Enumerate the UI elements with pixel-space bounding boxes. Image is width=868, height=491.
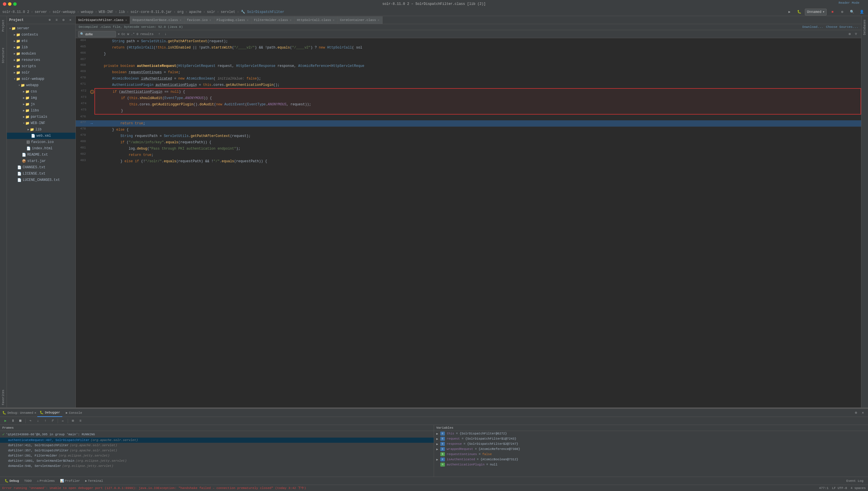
- debug-close-icon[interactable]: ✕: [34, 411, 36, 415]
- terminal-toolbar-item[interactable]: ▶ Terminal: [83, 479, 106, 483]
- cursor-position[interactable]: 477:1: [819, 486, 828, 490]
- evaluate-btn[interactable]: ✏: [60, 418, 66, 424]
- var-item-wrappedrequest[interactable]: ▶ c wrappedRequest = {AtomicReference@73…: [434, 446, 868, 452]
- line-encoding[interactable]: LF UTF-8: [832, 486, 847, 490]
- tree-item-contexts[interactable]: ▶ 📁 contexts: [7, 32, 76, 38]
- tree-item-startjar[interactable]: 📦 start.jar: [7, 158, 76, 164]
- search-next-btn[interactable]: ↓: [163, 31, 169, 37]
- tree-item-changes[interactable]: 📄 CHANGES.txt: [7, 164, 76, 171]
- tree-item-faviconico[interactable]: 🖼 favicon.ico: [7, 139, 76, 145]
- problems-toolbar-item[interactable]: ⚠ Problems: [34, 479, 57, 483]
- tree-item-indexhtml[interactable]: 📄 index.html: [7, 145, 76, 152]
- var-item-this[interactable]: ▶ c this = {SolrDispatchFilter@6272}: [434, 431, 868, 436]
- run-to-cursor-btn[interactable]: ↱: [50, 418, 56, 424]
- tab-close-icon[interactable]: ✕: [332, 18, 335, 22]
- maximize-button[interactable]: [13, 2, 17, 6]
- step-into-btn[interactable]: ↓: [35, 418, 41, 424]
- frame-item-dofilter3[interactable]: doFilter:201, FilterHolder (org.eclipse.…: [0, 453, 434, 458]
- tree-item-webxml[interactable]: 📄 web.xml: [7, 133, 76, 139]
- tree-item-etc[interactable]: ▶ 📁 etc: [7, 38, 76, 44]
- nav-profile-btn[interactable]: 👤: [858, 8, 866, 16]
- minimize-button[interactable]: [8, 2, 11, 6]
- tree-item-partials[interactable]: ▶ 📁 partials: [7, 114, 76, 120]
- tab-close-icon[interactable]: ✕: [377, 18, 380, 22]
- tree-item-solrwebapp[interactable]: ▾ 📁 solr-webapp: [7, 76, 76, 82]
- var-item-isauthenticated[interactable]: ▶ c isAuthenticated = {AtomicBoolean@731…: [434, 457, 868, 462]
- tree-item-license[interactable]: 📄 LICENSE.txt: [7, 171, 76, 177]
- tab-pluginbag[interactable]: PluginBag.class ✕: [214, 17, 252, 24]
- var-item-authplugin[interactable]: ▶ n authenticationPlugin = null: [434, 462, 868, 467]
- tab-solrdispatch[interactable]: SolrDispatchFilter.class ✕: [76, 17, 130, 24]
- tree-item-lucene[interactable]: 📄 LUCENE_CHANGES.txt: [7, 177, 76, 183]
- nav-debug-btn[interactable]: 🐛: [795, 8, 803, 16]
- step-out-btn[interactable]: ↑: [42, 418, 49, 424]
- frame-item-dohandle[interactable]: doHandle:548, ServletHandler (org.eclips…: [0, 463, 434, 469]
- favorites-tab[interactable]: Favorites: [1, 387, 5, 407]
- nav-run-btn[interactable]: ▶: [785, 8, 794, 16]
- tree-item-scripts[interactable]: ▶ 📁 scripts: [7, 63, 76, 69]
- tab-requesthandler[interactable]: RequestHandlerBase.class ✕: [130, 17, 184, 24]
- indent-settings[interactable]: 4 spaces: [850, 486, 866, 490]
- code-editor[interactable]: 464 String path = ServletUtils.getPathAf…: [76, 38, 861, 407]
- threads-btn[interactable]: ≡: [77, 418, 84, 424]
- debug-settings-btn[interactable]: ⚙: [853, 410, 859, 416]
- search-options[interactable]: Cc W .*: [121, 32, 134, 36]
- var-item-request[interactable]: ▶ c request = {SolrDispatchFilter$1@7243…: [434, 436, 868, 441]
- search-filter-btn[interactable]: ⚙: [847, 31, 852, 37]
- nav-build-btn[interactable]: ⚙: [838, 8, 846, 16]
- close-button[interactable]: [3, 2, 6, 6]
- nav-search-btn[interactable]: 🔍: [848, 8, 856, 16]
- tab-close-icon[interactable]: ✕: [179, 18, 182, 22]
- frame-item-dofilter4[interactable]: doFilter:1601, ServletHandler$Chain (org…: [0, 458, 434, 463]
- project-tab[interactable]: Project: [1, 17, 5, 34]
- tree-item-server[interactable]: ▾ 📁 server: [7, 25, 76, 32]
- download-link[interactable]: Download...: [802, 25, 823, 29]
- debug-toolbar-item[interactable]: 🐛 Debug: [2, 479, 21, 483]
- stop-btn[interactable]: ⏹: [17, 418, 24, 424]
- frame-item-thread[interactable]: ✓ 'qtp62343880-66'@6,305 in group 'main'…: [0, 431, 434, 438]
- choose-sources-link[interactable]: Choose Sources...: [826, 25, 858, 29]
- tab-close-icon[interactable]: ✕: [209, 18, 212, 22]
- todo-toolbar-item[interactable]: TODO: [22, 479, 34, 483]
- frames-grid-btn[interactable]: ⊞: [70, 418, 76, 424]
- tab-httpsolrcall[interactable]: HttpSolrCall.class ✕: [295, 17, 338, 24]
- console-tab[interactable]: ▶ Console: [63, 409, 84, 417]
- tab-filterholder[interactable]: FilterHolder.class ✕: [252, 17, 295, 24]
- tree-item-webapp[interactable]: ▾ 📁 webapp: [7, 82, 76, 88]
- var-item-requestcontinues[interactable]: ▶ b requestContinues = false: [434, 452, 868, 457]
- structure-tab[interactable]: Structure: [1, 46, 5, 65]
- tree-item-readme[interactable]: 📄 README.txt: [7, 152, 76, 158]
- tree-item-modules[interactable]: ▶ 📁 modules: [7, 51, 76, 57]
- tree-item-img[interactable]: ▶ 📁 img: [7, 95, 76, 101]
- nav-project[interactable]: solr-8.11.0 2: [2, 10, 29, 14]
- tree-item-css[interactable]: ▶ 📁 css: [7, 88, 76, 95]
- sidebar-close-btn[interactable]: ✕: [67, 17, 73, 23]
- var-item-response[interactable]: ▶ c response = {SolrDispatchFilter$2@724…: [434, 441, 868, 446]
- step-over-btn[interactable]: ↷: [27, 418, 34, 424]
- sidebar-sort-btn[interactable]: ≡: [54, 17, 59, 23]
- nav-stop-btn[interactable]: ■: [828, 8, 836, 16]
- profiler-toolbar-item[interactable]: 📊 Profiler: [58, 479, 82, 483]
- tree-item-libs[interactable]: ▶ 📁 libs: [7, 107, 76, 114]
- tab-corecontainer[interactable]: CoreContainer.class ✕: [337, 17, 382, 24]
- tab-close-icon[interactable]: ✕: [246, 18, 249, 22]
- tab-favicon[interactable]: favicon.ico ✕: [185, 17, 214, 24]
- debug-close-panel-btn[interactable]: ✕: [860, 410, 866, 416]
- tree-item-js[interactable]: ▶ 📁 js: [7, 101, 76, 107]
- debugger-tab[interactable]: 🐛 Debugger: [37, 409, 62, 417]
- tree-item-lib[interactable]: ▶ 📁 lib: [7, 44, 76, 51]
- run-config-dropdown[interactable]: Unnamed ▾: [805, 9, 827, 16]
- sidebar-locate-btn[interactable]: ⊕: [47, 17, 53, 23]
- tree-item-solr[interactable]: ▶ 📁 solr: [7, 69, 76, 76]
- pause-btn[interactable]: ⏸: [10, 418, 16, 424]
- search-prev-btn[interactable]: ↑: [156, 31, 162, 37]
- frame-item-dofilter2[interactable]: doFilter:357, SolrDispatchFilter (org.ap…: [0, 448, 434, 453]
- tab-close-icon[interactable]: ✕: [125, 18, 127, 22]
- frame-item-authenticate[interactable]: authenticateRequest:497, SolrDispatchFil…: [0, 438, 434, 443]
- search-funnel-btn[interactable]: ▽: [853, 31, 859, 37]
- sidebar-settings-btn[interactable]: ⚙: [61, 17, 66, 23]
- tree-item-webinf[interactable]: ▾ 📁 WEB-INF: [7, 120, 76, 126]
- tree-item-resources[interactable]: ▶ 📁 resources: [7, 57, 76, 63]
- databases-tab[interactable]: Databases: [862, 17, 867, 37]
- tab-close-icon[interactable]: ✕: [289, 18, 292, 22]
